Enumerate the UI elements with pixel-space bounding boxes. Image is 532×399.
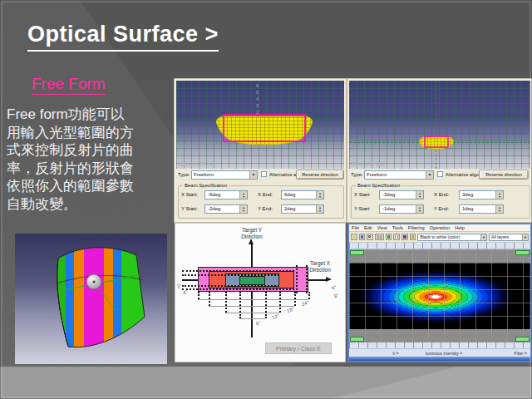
info-icon[interactable] [410,234,416,240]
chevron-down-icon[interactable]: ▼ [480,234,486,240]
dotted-drop [198,292,200,299]
body-line: 率，反射片的形狀會 [7,160,176,178]
slide: Optical Surface > Free Form Free form功能可… [0,0,532,399]
dotted-guide [182,288,294,290]
status-bar: V = luminous intensity = Filter = [349,349,530,357]
corner-tab[interactable] [350,337,364,342]
x-start-input[interactable]: -6deg ▲▼ [204,190,248,200]
menu-filtering[interactable]: Filtering [408,225,425,231]
type-dropdown[interactable]: Freeform ▼ [191,170,258,180]
angle-label-right-6: 6° [331,284,337,290]
chevron-down-icon[interactable]: ▼ [522,234,528,240]
alt-algorithm-checkbox[interactable] [437,171,443,177]
y-axis-arrow-icon [249,239,254,244]
spinner-icon[interactable]: ▲▼ [239,205,247,213]
save-icon[interactable] [359,234,366,240]
x-end-input[interactable]: 6deg ▲▼ [281,190,324,200]
freeform-surface-graphic [15,234,167,364]
angle-label-left-4: 4° [182,289,188,295]
y-start-label: Y Start: [354,206,371,211]
chart-icon[interactable] [401,234,408,240]
reverse-direction-button[interactable]: Reverse direction [479,170,529,180]
axis-line-vertical [436,81,436,169]
menu-file[interactable]: File [352,225,359,231]
reflector-mesh-wide [214,114,314,147]
body-line: Free form功能可以 [7,106,176,124]
y-end-label: Y End: [258,206,273,211]
dotted-guide [182,274,279,276]
corner-tab[interactable] [515,337,530,342]
reverse-direction-button[interactable]: Reverse direction [296,170,344,180]
menu-operation[interactable]: Operation [430,225,451,231]
body-line: 式來控制反射片的曲 [7,141,176,160]
x-end-label: X End: [434,192,449,197]
beam-form-right: Type: Freeform ▼ Alternative algorithm (… [349,169,530,220]
dimension-line-24 [198,299,308,300]
spinner-icon[interactable]: ▲▼ [416,191,423,199]
beam-form-left: Type: Freeform ▼ Alternative algorithm (… [176,169,344,220]
dotted-guide [296,265,298,293]
x-end-input[interactable]: 3deg ▲▼ [459,190,504,200]
status-center: luminous intensity = [426,351,462,356]
angle-label-6: 6° [255,320,261,326]
y-end-label: Y End: [434,206,449,211]
spinner-icon[interactable]: ▲▼ [316,205,323,213]
spinner-icon[interactable]: ▲▼ [495,191,503,199]
dimension-line-18 [209,306,294,307]
chevron-down-icon[interactable]: ▼ [249,171,257,179]
x-axis-arrow-icon [326,277,332,282]
toolbar: 1:1 Black to white (color)▼ All layers▼ [349,232,530,243]
reflector-mesh-small [417,135,456,150]
spinner-icon[interactable]: ▲▼ [316,191,323,199]
dimension-line-6 [239,318,265,319]
dotted-guide [182,285,279,287]
dotted-drop [308,292,310,299]
intensity-plot[interactable] [349,249,530,342]
x-start-label: X Start: [354,192,371,197]
spinner-icon[interactable]: ▲▼ [416,205,423,213]
ruler-bottom [349,342,530,349]
corner-tab[interactable] [515,250,530,255]
beam-spec-title: Beam Specification [356,183,401,188]
dotted-drop [225,292,227,313]
layers-select[interactable]: All layers▼ [489,234,529,241]
spinner-icon[interactable]: ▲▼ [495,205,503,213]
angle-label-right-8: 8° [333,293,339,298]
page-title: Optical Surface > [27,22,219,52]
grid-icon[interactable] [393,234,400,240]
spinner-icon[interactable]: ▲▼ [239,191,247,199]
y-start-input[interactable]: -1deg ▲▼ [379,204,424,214]
zone-rect-green [239,276,265,285]
cad-viewport-left[interactable]: 6 5 4 3 2 X=-13.1 Y=-6.9 [176,81,344,169]
cursor-status: X= 4.3 Y= 9.0 [352,161,385,167]
x-start-input[interactable]: -3deg ▲▼ [379,190,424,200]
zoom-icon[interactable] [367,234,373,240]
open-icon[interactable] [351,234,357,240]
menu-edit[interactable]: Edit [364,225,372,231]
y-end-input[interactable]: 1deg ▲▼ [459,204,504,214]
y-start-label: Y Start: [181,206,198,211]
primary-class-button[interactable]: Primary / Class E [265,342,332,354]
type-label: Type: [351,172,363,177]
dotted-drop [239,292,241,318]
colormap-icon[interactable] [386,234,392,240]
angle-label-24: 24° [301,300,309,308]
type-dropdown[interactable]: Freeform ▼ [364,170,434,180]
y-end-input[interactable]: 2deg ▲▼ [281,204,324,214]
plot-grid [349,249,530,342]
menu-bar: File Edit View Tools Filtering Operation… [349,224,530,232]
ruler-top [349,243,530,249]
window-bottom-edge [349,357,530,361]
colormap-select[interactable]: Black to white (color)▼ [417,234,487,241]
corner-tab[interactable] [350,250,364,255]
one-to-one-icon[interactable]: 1:1 [375,234,384,240]
menu-help[interactable]: Help [455,225,465,231]
chevron-down-icon[interactable]: ▼ [426,171,433,179]
target-beam-diagram: Target Y Direction Target X Direction [175,223,346,362]
alt-algorithm-checkbox[interactable] [261,171,267,177]
cad-viewport-right[interactable]: X= 4.3 Y= 9.0 [349,81,530,169]
body-text: Free form功能可以 用輸入光型範圍的方 式來控制反射片的曲 率，反射片的… [7,106,176,213]
menu-tools[interactable]: Tools [392,225,403,231]
y-start-input[interactable]: -2deg ▲▼ [204,204,248,214]
menu-view[interactable]: View [377,225,387,231]
